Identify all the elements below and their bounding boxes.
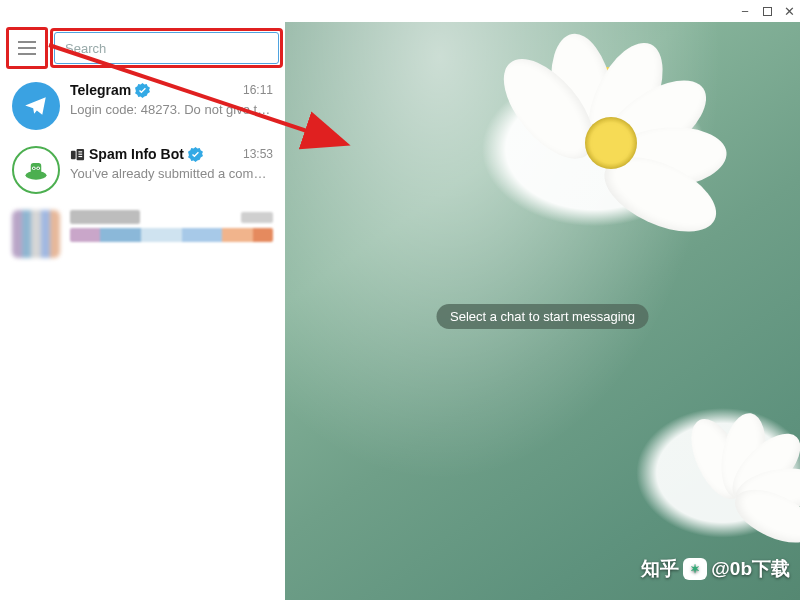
window-titlebar: − ✕ <box>0 0 800 22</box>
search-field-wrap <box>54 32 279 64</box>
avatar-redacted <box>12 210 60 258</box>
chat-time: 13:53 <box>243 147 273 161</box>
robot-hat-icon <box>22 156 50 184</box>
svg-rect-8 <box>78 152 82 153</box>
hamburger-icon <box>18 41 36 55</box>
chat-name: Telegram <box>70 82 131 98</box>
empty-state-label: Select a chat to start messaging <box>436 304 649 329</box>
verified-icon <box>135 83 150 98</box>
chat-time-redacted <box>241 212 273 223</box>
menu-button[interactable] <box>6 27 48 69</box>
watermark-handle: @0b下载 <box>711 556 790 582</box>
zhihu-logo: 知乎 <box>641 556 679 582</box>
chat-time: 16:11 <box>243 83 273 97</box>
svg-rect-6 <box>71 151 76 159</box>
chat-body <box>70 210 273 258</box>
chat-name: Spam Info Bot <box>89 146 184 162</box>
svg-point-5 <box>37 167 39 169</box>
chat-preview: You've already submitted a comp… <box>70 166 273 181</box>
chat-item-telegram[interactable]: Telegram 16:11 Login code: 48273. Do not… <box>0 74 285 138</box>
chat-item-spam-info-bot[interactable]: Spam Info Bot 13:53 You've already submi… <box>0 138 285 202</box>
maximize-icon <box>763 7 772 16</box>
chat-name-redacted <box>70 210 140 224</box>
chat-item-redacted[interactable] <box>0 202 285 266</box>
chat-list: Telegram 16:11 Login code: 48273. Do not… <box>0 74 285 266</box>
close-button[interactable]: ✕ <box>778 0 800 22</box>
sidebar-topbar <box>0 22 285 74</box>
chat-preview: Login code: 48273. Do not give thi… <box>70 102 273 117</box>
chat-list-sidebar: Telegram 16:11 Login code: 48273. Do not… <box>0 22 285 600</box>
svg-rect-10 <box>78 156 82 157</box>
bot-icon <box>70 148 85 161</box>
main-pane: Select a chat to start messaging 知乎 ✶ @0… <box>285 22 800 600</box>
chat-preview-redacted <box>70 228 273 242</box>
verified-icon <box>188 147 203 162</box>
maximize-button[interactable] <box>756 0 778 22</box>
wechat-icon: ✶ <box>683 558 707 580</box>
minimize-button[interactable]: − <box>734 0 756 22</box>
avatar-telegram <box>12 82 60 130</box>
svg-rect-9 <box>78 154 82 155</box>
avatar-spam-info-bot <box>12 146 60 194</box>
search-input[interactable] <box>54 32 279 64</box>
svg-point-4 <box>33 167 35 169</box>
watermark: 知乎 ✶ @0b下载 <box>641 556 790 582</box>
chat-body: Spam Info Bot 13:53 You've already submi… <box>70 146 273 194</box>
chat-body: Telegram 16:11 Login code: 48273. Do not… <box>70 82 273 130</box>
paper-plane-icon <box>23 93 49 119</box>
